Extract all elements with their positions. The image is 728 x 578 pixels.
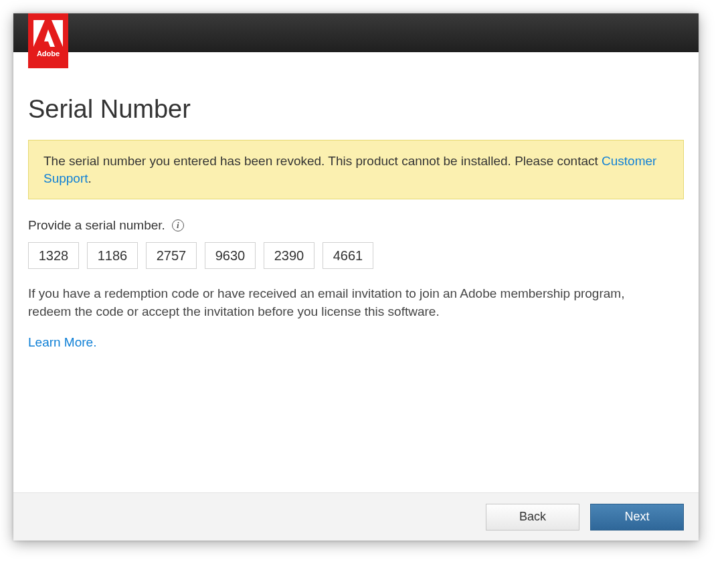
installer-window: Adobe Serial Number The serial number yo…	[13, 13, 699, 541]
serial-prompt-label: Provide a serial number.	[28, 218, 165, 233]
serial-field-1[interactable]	[28, 242, 79, 269]
serial-input-row	[28, 242, 684, 269]
title-bar: Adobe	[13, 13, 699, 52]
content-area: Serial Number The serial number you ente…	[13, 52, 699, 492]
serial-field-3[interactable]	[146, 242, 197, 269]
back-button[interactable]: Back	[486, 504, 579, 531]
adobe-logo-text: Adobe	[37, 50, 60, 58]
serial-field-6[interactable]	[323, 242, 373, 269]
serial-field-4[interactable]	[205, 242, 256, 269]
adobe-logo: Adobe	[28, 13, 68, 68]
serial-field-5[interactable]	[264, 242, 314, 269]
serial-prompt-row: Provide a serial number. i	[28, 218, 684, 233]
next-button[interactable]: Next	[590, 504, 684, 531]
revoked-alert: The serial number you entered has been r…	[28, 140, 684, 199]
alert-text-before: The serial number you entered has been r…	[43, 154, 602, 168]
footer-bar: Back Next	[13, 492, 699, 541]
adobe-a-icon	[33, 19, 63, 48]
page-title: Serial Number	[28, 95, 684, 124]
redemption-help-text: If you have a redemption code or have re…	[28, 285, 670, 320]
serial-field-2[interactable]	[87, 242, 138, 269]
learn-more-link[interactable]: Learn More.	[28, 335, 96, 349]
info-icon[interactable]: i	[172, 219, 184, 231]
alert-text-after: .	[88, 171, 92, 185]
